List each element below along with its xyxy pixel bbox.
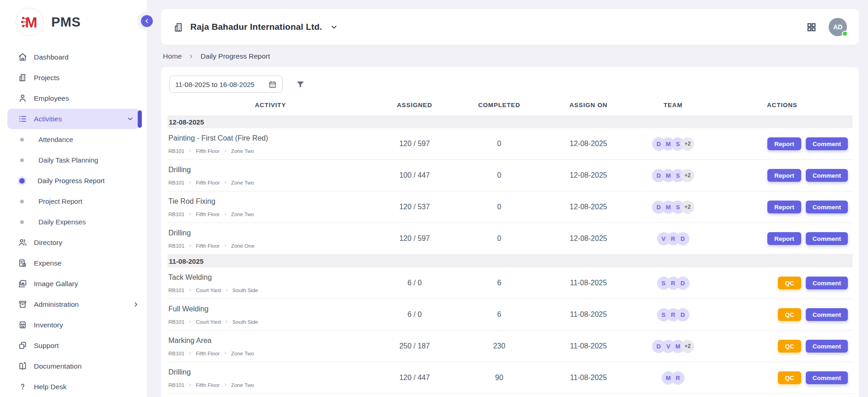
team-member-avatar[interactable]: D bbox=[676, 308, 690, 321]
comment-button[interactable]: Comment bbox=[806, 371, 848, 384]
breadcrumb-item: Daily Progress Report bbox=[200, 52, 270, 60]
path-chevron-icon bbox=[188, 180, 192, 185]
assign-on-date: 11-08-2025 bbox=[543, 279, 634, 287]
column-header-actions: ACTIONS bbox=[712, 102, 852, 109]
report-button[interactable]: Report bbox=[767, 137, 801, 150]
sidebar-subitem-project-report[interactable]: Project Report bbox=[0, 191, 147, 212]
path-segment: Zone Two bbox=[231, 212, 254, 217]
company-selector[interactable]: Raja Bahadur International Ltd. bbox=[173, 22, 338, 33]
breadcrumb: HomeDaily Progress Report bbox=[161, 45, 859, 67]
completed-value: 0 bbox=[456, 140, 543, 148]
sidebar-subitem-label: Attendance bbox=[38, 136, 73, 143]
qc-button[interactable]: QC bbox=[778, 371, 801, 384]
team-avatars: MR bbox=[662, 371, 685, 385]
sidebar-item-support[interactable]: Support bbox=[0, 335, 147, 356]
date-group-header: 11-08-2025 bbox=[167, 255, 852, 267]
chevron-down-icon bbox=[330, 23, 338, 31]
team-more-badge[interactable]: +2 bbox=[681, 340, 694, 353]
apps-grid-icon[interactable] bbox=[806, 22, 817, 33]
path-segment: RB101 bbox=[168, 382, 184, 388]
sidebar-item-inventory[interactable]: Inventory bbox=[0, 315, 147, 335]
active-accent-bar bbox=[138, 110, 142, 128]
user-avatar[interactable]: AD bbox=[829, 18, 847, 36]
sidebar-item-label: Directory bbox=[34, 239, 62, 247]
sidebar-item-label: Documentation bbox=[34, 362, 81, 370]
comment-button[interactable]: Comment bbox=[806, 308, 848, 321]
team-more-badge[interactable]: +2 bbox=[681, 169, 694, 182]
table-row: Marking Area RB101Fifth FloorZone Two 25… bbox=[167, 331, 852, 362]
table-row: Painting - First Coat (Fire Red) RB101Fi… bbox=[167, 128, 852, 160]
path-segment: Zone Two bbox=[231, 148, 254, 154]
sidebar-item-label: Support bbox=[34, 342, 59, 350]
sidebar-subitem-daily-expenses[interactable]: Daily Expenses bbox=[0, 212, 147, 232]
report-button[interactable]: Report bbox=[767, 201, 801, 213]
row-actions: QCComment bbox=[712, 308, 852, 321]
assign-on-date: 12-08-2025 bbox=[543, 171, 634, 179]
topbar-right: AD bbox=[806, 18, 847, 36]
sidebar-item-help-desk[interactable]: Help Desk bbox=[0, 376, 147, 397]
assign-on-date: 11-08-2025 bbox=[543, 310, 634, 319]
assigned-value: 120 / 597 bbox=[373, 234, 456, 243]
help-icon bbox=[17, 382, 27, 392]
team-avatars: DMS+2 bbox=[652, 137, 694, 151]
path-segment: South Side bbox=[232, 319, 258, 325]
breadcrumb-item[interactable]: Home bbox=[163, 52, 182, 60]
sidebar-nav: Dashboard Projects Employees Activities … bbox=[0, 42, 147, 397]
activity-title: Full Welding bbox=[168, 305, 373, 313]
sidebar-item-label: Projects bbox=[34, 74, 59, 82]
column-header-assign-on: ASSIGN ON bbox=[543, 102, 634, 109]
comment-button[interactable]: Comment bbox=[806, 340, 848, 353]
user-icon bbox=[17, 93, 27, 103]
team-member-avatar[interactable]: D bbox=[676, 232, 690, 245]
path-chevron-icon bbox=[225, 288, 229, 292]
report-button[interactable]: Report bbox=[767, 169, 801, 182]
sidebar-subitem-label: Daily Task Planning bbox=[38, 156, 98, 164]
report-button[interactable]: Report bbox=[767, 232, 801, 245]
activity-location-path: RB101Court YardSouth Side bbox=[168, 319, 373, 325]
date-group-header: 12-08-2025 bbox=[167, 115, 852, 128]
sidebar-item-administration[interactable]: Administration bbox=[0, 294, 147, 315]
completed-value: 90 bbox=[456, 374, 543, 382]
qc-button[interactable]: QC bbox=[778, 308, 801, 321]
table-row: Drilling RB101Fifth FloorZone Two 120 / … bbox=[167, 362, 852, 394]
team-more-badge[interactable]: +2 bbox=[681, 201, 694, 214]
team-member-avatar[interactable]: D bbox=[676, 277, 690, 290]
sidebar-item-dashboard[interactable]: Dashboard bbox=[0, 47, 147, 67]
comment-button[interactable]: Comment bbox=[806, 201, 848, 213]
table-row: Full Welding RB101Court YardSouth Side 6… bbox=[167, 299, 852, 331]
column-header-assigned: ASSIGNED bbox=[373, 102, 456, 109]
sidebar-item-employees[interactable]: Employees bbox=[0, 88, 147, 109]
team-avatars: VRD bbox=[657, 232, 690, 245]
table-row: Tack Welding RB101Court YardSouth Side 6… bbox=[167, 267, 852, 299]
sidebar-item-expense[interactable]: Expense bbox=[0, 253, 147, 273]
qc-button[interactable]: QC bbox=[778, 277, 801, 289]
comment-button[interactable]: Comment bbox=[806, 169, 848, 182]
sidebar-collapse-button[interactable] bbox=[141, 15, 153, 27]
bullet-dot-icon bbox=[20, 220, 24, 224]
sidebar-item-projects[interactable]: Projects bbox=[0, 67, 147, 88]
comment-button[interactable]: Comment bbox=[806, 137, 848, 150]
sidebar-subitem-attendance[interactable]: Attendance bbox=[0, 129, 147, 150]
sidebar-item-activities[interactable]: Activities bbox=[7, 109, 140, 129]
activity-title: Painting - First Coat (Fire Red) bbox=[168, 134, 373, 142]
filter-funnel-icon[interactable] bbox=[296, 80, 305, 89]
team-member-avatar[interactable]: R bbox=[671, 371, 685, 385]
path-segment: Zone Two bbox=[231, 180, 254, 185]
m-network-logo-icon: M bbox=[20, 12, 40, 32]
sidebar-item-image-gallary[interactable]: Image Gallary bbox=[0, 273, 147, 294]
store-icon bbox=[17, 320, 27, 330]
sidebar-subitem-daily-progress-report[interactable]: Daily Progress Report bbox=[0, 170, 147, 191]
assigned-value: 250 / 187 bbox=[373, 342, 456, 350]
date-range-input[interactable]: 11-08-2025 to 16-08-2025 bbox=[169, 76, 283, 93]
sidebar-item-directory[interactable]: Directory bbox=[0, 232, 147, 253]
assign-on-date: 11-08-2025 bbox=[543, 342, 634, 350]
team-more-badge[interactable]: +2 bbox=[681, 137, 694, 151]
top-header-bar: Raja Bahadur International Ltd. AD bbox=[161, 9, 859, 45]
comment-button[interactable]: Comment bbox=[806, 232, 848, 245]
sidebar-subitem-daily-task-planning[interactable]: Daily Task Planning bbox=[0, 150, 147, 170]
team-avatars: SRD bbox=[657, 308, 690, 321]
qc-button[interactable]: QC bbox=[778, 340, 801, 353]
assigned-value: 6 / 0 bbox=[373, 310, 456, 319]
comment-button[interactable]: Comment bbox=[806, 277, 848, 289]
sidebar-item-documentation[interactable]: Documentation bbox=[0, 356, 147, 376]
